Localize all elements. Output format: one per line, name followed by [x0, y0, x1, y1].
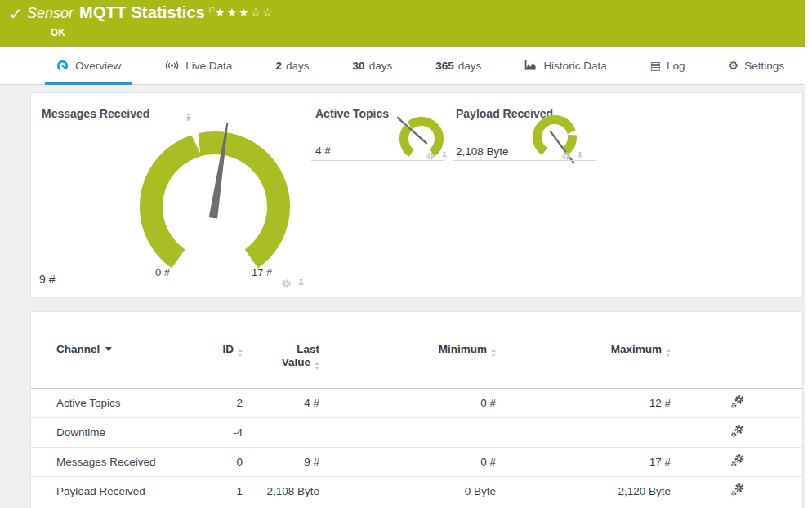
gauge-current-value: 4 #: [315, 145, 331, 157]
page-title: MQTT Statistics: [79, 3, 205, 21]
priority-stars[interactable]: ★★★☆☆: [215, 6, 274, 19]
object-kind-label: Sensor: [27, 5, 74, 21]
column-label: Maximum: [611, 343, 662, 355]
sensor-title-row: SensorMQTT Statistics⚐: [27, 3, 216, 22]
tab-30-days[interactable]: 30 days: [342, 47, 404, 84]
tile-divider: [36, 292, 307, 292]
gauge-icon: [56, 59, 69, 73]
messages-received-gauge: [121, 113, 309, 301]
gauge-max-label: 17 #: [252, 266, 272, 279]
tab-settings[interactable]: ⚙ Settings: [718, 47, 795, 84]
channel-maximum: 12 #: [496, 397, 671, 409]
channel-maximum: 2,120 Byte: [496, 485, 671, 497]
tab-label: Live Data: [185, 60, 232, 72]
channel-settings-icon[interactable]: [730, 453, 745, 470]
column-header-id[interactable]: ID: [203, 343, 243, 388]
channel-id: 2: [203, 397, 243, 409]
column-header-maximum[interactable]: Maximum: [496, 343, 671, 388]
channel-id: -4: [203, 426, 243, 439]
gauge-min-label: 0 #: [155, 266, 170, 279]
tile-actions: [281, 278, 306, 292]
table-row: Payload Received 1 2,108 Byte 0 Byte 2,1…: [31, 477, 802, 506]
tab-label: Historic Data: [543, 60, 606, 72]
channel-id: 0: [203, 456, 243, 468]
tab-bar: Overview Live Data 2 days 30 days 365 da…: [0, 47, 805, 85]
tab-label: days: [286, 60, 310, 72]
tab-label: Overview: [75, 60, 121, 72]
gear-icon[interactable]: [561, 149, 571, 164]
sensor-page: ✓ SensorMQTT Statistics⚐ ★★★☆☆ OK Overvi…: [0, 0, 805, 508]
status-check-icon: ✓: [9, 4, 23, 24]
tab-historic-data[interactable]: Historic Data: [514, 47, 617, 84]
gear-icon[interactable]: [426, 149, 435, 164]
column-header-channel[interactable]: Channel: [56, 343, 203, 388]
column-header-last-value[interactable]: Last Value: [243, 343, 319, 388]
column-label: Last: [243, 343, 319, 356]
log-list-icon: ▤: [650, 59, 661, 72]
channel-settings-icon[interactable]: [730, 483, 745, 500]
channel-id: 1: [203, 485, 243, 497]
tab-label: Log: [667, 60, 685, 72]
tab-label: Settings: [744, 60, 784, 72]
table-header-row: Channel ID Last Value Minimum Maximum: [31, 312, 802, 389]
average-marker-label: x̄: [186, 114, 190, 123]
channel-last-value: 2,108 Byte: [243, 485, 319, 497]
live-broadcast-icon: [164, 59, 180, 72]
tab-prefix: 365: [435, 60, 454, 72]
tab-2-days[interactable]: 2 days: [265, 47, 319, 84]
tab-365-days[interactable]: 365 days: [425, 47, 492, 84]
table-row: Messages Received 0 9 # 0 # 17 #: [31, 448, 802, 477]
channel-name[interactable]: Downtime: [56, 426, 203, 439]
pin-icon[interactable]: [576, 149, 584, 164]
channel-name[interactable]: Payload Received: [56, 485, 203, 497]
channel-name[interactable]: Active Topics: [56, 397, 203, 409]
pin-icon[interactable]: [297, 278, 306, 292]
table-row: Active Topics 2 4 # 0 # 12 #: [31, 389, 802, 418]
tab-overview[interactable]: Overview: [45, 47, 132, 84]
tab-label: days: [369, 60, 393, 72]
overview-content: Messages Received x̄ 0 # 17 # 9 # Active…: [0, 85, 805, 508]
tab-live-data[interactable]: Live Data: [154, 47, 243, 84]
tab-log[interactable]: ▤ Log: [640, 47, 696, 84]
tile-divider: [453, 160, 596, 161]
column-label: Minimum: [439, 343, 487, 355]
gauge-title-active-topics: Active Topics: [315, 107, 389, 120]
status-badge: OK: [51, 27, 65, 38]
tile-divider: [311, 160, 444, 161]
tab-prefix: 2: [275, 60, 282, 72]
channel-settings-icon[interactable]: [730, 424, 745, 441]
channel-maximum: 17 #: [496, 456, 671, 468]
channel-settings-icon[interactable]: [730, 394, 745, 412]
sensor-header: ✓ SensorMQTT Statistics⚐ ★★★☆☆ OK: [0, 0, 805, 47]
tab-prefix: 30: [353, 60, 365, 72]
sort-desc-icon: [105, 347, 112, 351]
channel-last-value: 4 #: [243, 397, 319, 409]
tile-actions: [561, 149, 584, 164]
channels-table-card: Channel ID Last Value Minimum Maximum: [30, 311, 803, 508]
gauge-current-value: 2,108 Byte: [456, 145, 509, 158]
column-header-minimum[interactable]: Minimum: [319, 343, 496, 388]
channel-last-value: 9 #: [243, 456, 319, 468]
channel-name[interactable]: Messages Received: [56, 456, 203, 468]
gear-icon[interactable]: [281, 278, 292, 292]
tile-actions: [426, 149, 448, 164]
tab-label: days: [458, 60, 482, 72]
column-label: ID: [223, 343, 234, 355]
gear-icon: ⚙: [729, 59, 739, 72]
gauges-card: Messages Received x̄ 0 # 17 # 9 # Active…: [30, 92, 803, 298]
channel-minimum: 0 #: [319, 397, 496, 409]
area-chart-icon: [524, 60, 538, 71]
gauge-current-value: 9 #: [39, 273, 55, 286]
pin-icon[interactable]: [440, 149, 448, 164]
column-label: Value: [282, 356, 310, 368]
channel-minimum: 0 #: [319, 456, 496, 468]
channel-minimum: 0 Byte: [319, 485, 496, 497]
table-row: Downtime -4: [31, 418, 802, 448]
column-label: Channel: [56, 343, 100, 355]
